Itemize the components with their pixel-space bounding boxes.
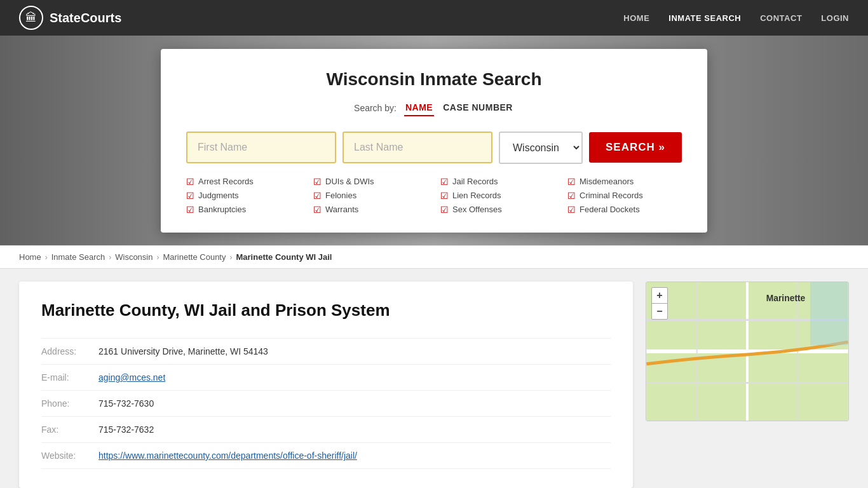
feature-label: Lien Records bbox=[452, 191, 501, 200]
content-card: Marinette County, WI Jail and Prison Sys… bbox=[19, 281, 633, 488]
breadcrumb-sep-1: › bbox=[45, 253, 48, 262]
search-card: Wisconsin Inmate Search Search by: NAME … bbox=[161, 49, 707, 233]
feature-label: Arrest Records bbox=[198, 177, 254, 186]
check-icon: ☑ bbox=[313, 177, 322, 187]
email-row: E-mail: aging@mces.net bbox=[41, 365, 611, 391]
tab-case-number[interactable]: CASE NUMBER bbox=[442, 100, 514, 116]
search-title: Wisconsin Inmate Search bbox=[186, 69, 682, 90]
address-label: Address: bbox=[41, 339, 98, 365]
hero-section: COURTHOUSE Wisconsin Inmate Search Searc… bbox=[0, 36, 868, 245]
website-label: Website: bbox=[41, 443, 98, 469]
search-by-row: Search by: NAME CASE NUMBER bbox=[186, 100, 682, 116]
feature-item: ☑DUIs & DWIs bbox=[313, 177, 428, 187]
check-icon: ☑ bbox=[313, 205, 322, 215]
info-table: Address: 2161 University Drive, Marinett… bbox=[41, 338, 611, 469]
check-icon: ☑ bbox=[313, 191, 322, 201]
email-label: E-mail: bbox=[41, 365, 98, 391]
feature-item: ☑Jail Records bbox=[440, 177, 555, 187]
feature-label: Warrants bbox=[325, 205, 358, 214]
feature-item: ☑Lien Records bbox=[440, 191, 555, 201]
map-city-label: Marinette bbox=[766, 293, 806, 303]
address-row: Address: 2161 University Drive, Marinett… bbox=[41, 339, 611, 365]
website-row: Website: https://www.marinettecounty.com… bbox=[41, 443, 611, 469]
feature-item: ☑Bankruptcies bbox=[186, 205, 301, 215]
first-name-input[interactable] bbox=[186, 132, 336, 163]
nav-home[interactable]: HOME bbox=[623, 13, 649, 23]
check-icon: ☑ bbox=[567, 177, 576, 187]
fax-value: 715-732-7632 bbox=[98, 417, 611, 443]
nav-inmate-search[interactable]: INMATE SEARCH bbox=[668, 13, 741, 23]
map-area: + − Marinette bbox=[646, 281, 849, 488]
svg-rect-7 bbox=[810, 282, 848, 345]
website-value: https://www.marinettecounty.com/departme… bbox=[98, 443, 611, 469]
check-icon: ☑ bbox=[440, 205, 449, 215]
feature-item: ☑Misdemeanors bbox=[567, 177, 682, 187]
feature-item: ☑Sex Offenses bbox=[440, 205, 555, 215]
check-icon: ☑ bbox=[186, 177, 194, 187]
feature-label: DUIs & DWIs bbox=[325, 177, 374, 186]
map-svg: Marinette bbox=[646, 282, 848, 421]
check-icon: ☑ bbox=[567, 191, 576, 201]
address-value: 2161 University Drive, Marinette, WI 541… bbox=[98, 339, 611, 365]
content-title: Marinette County, WI Jail and Prison Sys… bbox=[41, 301, 611, 320]
state-select[interactable]: Wisconsin bbox=[499, 132, 583, 164]
feature-label: Criminal Records bbox=[580, 191, 643, 200]
map-zoom-in[interactable]: + bbox=[652, 288, 667, 303]
feature-item: ☑Felonies bbox=[313, 191, 428, 201]
search-button[interactable]: SEARCH » bbox=[589, 132, 682, 163]
phone-value: 715-732-7630 bbox=[98, 391, 611, 417]
feature-item: ☑Judgments bbox=[186, 191, 301, 201]
breadcrumb-marinette-county[interactable]: Marinette County bbox=[163, 252, 226, 262]
tab-name[interactable]: NAME bbox=[404, 100, 434, 116]
map-container: + − Marinette bbox=[646, 281, 849, 421]
feature-item: ☑Federal Dockets bbox=[567, 205, 682, 215]
feature-item: ☑Arrest Records bbox=[186, 177, 301, 187]
fax-row: Fax: 715-732-7632 bbox=[41, 417, 611, 443]
check-icon: ☑ bbox=[440, 177, 449, 187]
breadcrumb-current: Marinette County WI Jail bbox=[236, 252, 332, 262]
breadcrumb-wisconsin[interactable]: Wisconsin bbox=[115, 252, 153, 262]
check-icon: ☑ bbox=[440, 191, 449, 201]
feature-label: Sex Offenses bbox=[452, 205, 502, 214]
phone-row: Phone: 715-732-7630 bbox=[41, 391, 611, 417]
feature-label: Felonies bbox=[325, 191, 356, 200]
header: 🏛 StateCourts HOME INMATE SEARCH CONTACT… bbox=[0, 0, 868, 36]
feature-label: Judgments bbox=[198, 191, 239, 200]
breadcrumb-sep-4: › bbox=[229, 253, 232, 262]
logo-text: StateCourts bbox=[50, 11, 121, 25]
breadcrumb-sep-2: › bbox=[109, 253, 111, 262]
logo-icon: 🏛 bbox=[19, 6, 43, 30]
feature-item: ☑Warrants bbox=[313, 205, 428, 215]
fax-label: Fax: bbox=[41, 417, 98, 443]
nav: HOME INMATE SEARCH CONTACT LOGIN bbox=[623, 13, 849, 23]
check-icon: ☑ bbox=[567, 205, 576, 215]
map-zoom-out[interactable]: − bbox=[652, 304, 667, 319]
feature-label: Federal Dockets bbox=[580, 205, 640, 214]
check-icon: ☑ bbox=[186, 191, 194, 201]
logo[interactable]: 🏛 StateCourts bbox=[19, 6, 121, 30]
email-value: aging@mces.net bbox=[98, 365, 611, 391]
main-content: Marinette County, WI Jail and Prison Sys… bbox=[0, 269, 868, 488]
check-icon: ☑ bbox=[186, 205, 194, 215]
last-name-input[interactable] bbox=[342, 132, 492, 163]
email-link[interactable]: aging@mces.net bbox=[98, 372, 165, 383]
search-by-label: Search by: bbox=[354, 103, 397, 113]
breadcrumb-sep-3: › bbox=[156, 253, 159, 262]
breadcrumb: Home › Inmate Search › Wisconsin › Marin… bbox=[0, 245, 868, 269]
website-link[interactable]: https://www.marinettecounty.com/departme… bbox=[98, 451, 357, 461]
search-fields-row: Wisconsin SEARCH » bbox=[186, 132, 682, 164]
phone-label: Phone: bbox=[41, 391, 98, 417]
nav-login[interactable]: LOGIN bbox=[821, 13, 849, 23]
feature-label: Bankruptcies bbox=[198, 205, 246, 214]
nav-contact[interactable]: CONTACT bbox=[760, 13, 802, 23]
feature-label: Misdemeanors bbox=[580, 177, 634, 186]
map-zoom-controls: + − bbox=[651, 287, 668, 320]
breadcrumb-home[interactable]: Home bbox=[19, 252, 41, 262]
breadcrumb-inmate-search[interactable]: Inmate Search bbox=[51, 252, 105, 262]
feature-item: ☑Criminal Records bbox=[567, 191, 682, 201]
feature-label: Jail Records bbox=[452, 177, 498, 186]
features-grid: ☑Arrest Records☑DUIs & DWIs☑Jail Records… bbox=[186, 177, 682, 215]
